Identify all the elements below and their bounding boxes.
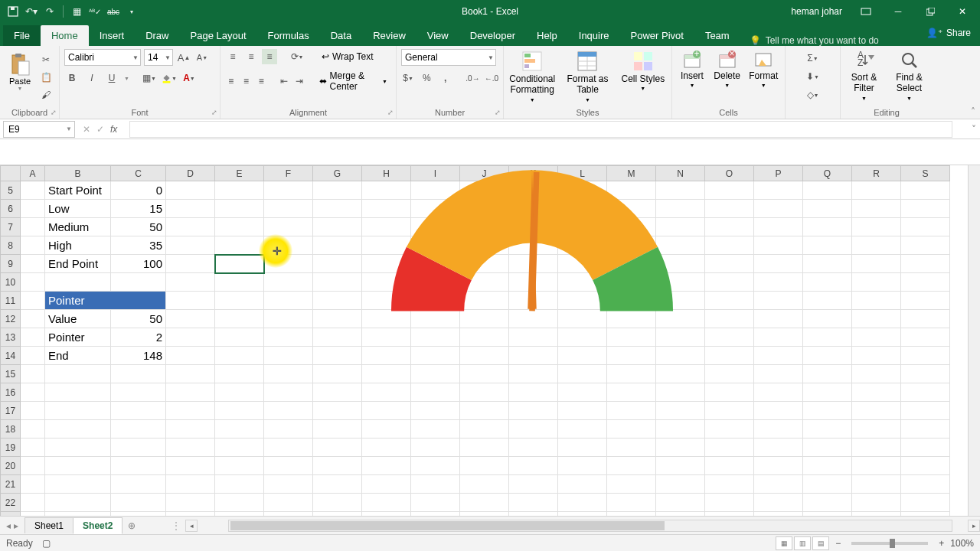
comma-format-icon[interactable]: , [439,70,452,86]
tab-view[interactable]: View [416,25,459,46]
cell[interactable] [803,236,852,255]
align-middle-icon[interactable]: ≡ [243,49,259,64]
tab-data[interactable]: Data [320,25,362,46]
cell[interactable] [215,236,264,255]
col-header[interactable]: P [754,166,803,181]
cell[interactable] [901,439,950,457]
align-center-icon[interactable]: ≡ [240,73,253,89]
cell[interactable] [215,292,264,310]
clipboard-launcher-icon[interactable]: ⤢ [51,109,57,116]
col-header[interactable]: C [111,166,166,181]
cell[interactable] [754,420,803,439]
cell[interactable] [803,347,852,365]
clear-icon[interactable]: ◇ ▼ [790,87,835,103]
save-icon[interactable] [6,5,20,18]
cell[interactable] [166,494,215,512]
cell[interactable] [754,292,803,310]
align-top-icon[interactable]: ≡ [225,49,240,64]
cell[interactable] [852,310,901,328]
cell[interactable] [558,475,607,494]
cell[interactable] [215,310,264,328]
macro-record-icon[interactable]: ▢ [42,538,51,549]
tab-home[interactable]: Home [41,25,89,46]
row-header[interactable]: 21 [1,475,21,494]
cell[interactable] [754,402,803,420]
cell-styles-button[interactable]: Cell Styles▼ [619,51,667,103]
cell[interactable] [901,402,950,420]
fill-icon[interactable]: ⬇ ▼ [790,69,835,84]
merge-center-button[interactable]: ⬌Merge & Center▼ [315,69,391,93]
tab-draw[interactable]: Draw [135,25,179,46]
tab-page-layout[interactable]: Page Layout [180,25,257,46]
cell[interactable] [901,383,950,402]
sheet-nav-prev-icon[interactable]: ◂ [6,520,11,531]
cell[interactable] [852,255,901,273]
cell[interactable] [754,365,803,383]
autosum-icon[interactable]: Σ ▼ [790,51,835,66]
cell[interactable] [111,475,166,494]
find-select-button[interactable]: Find & Select▼ [890,51,928,102]
cell[interactable] [166,475,215,494]
cell[interactable] [166,457,215,475]
row-header[interactable]: 17 [1,402,21,420]
cell[interactable] [509,475,558,494]
cell[interactable] [215,255,264,273]
cell[interactable] [901,328,950,347]
cell[interactable] [264,328,313,347]
cell[interactable] [607,475,656,494]
row-header[interactable]: 10 [1,273,21,292]
cell[interactable] [111,383,166,402]
number-launcher-icon[interactable]: ⤢ [495,109,501,116]
zoom-in-icon[interactable]: + [939,538,944,549]
cell[interactable] [803,310,852,328]
cell[interactable] [264,365,313,383]
cell[interactable] [313,457,362,475]
tab-review[interactable]: Review [362,25,416,46]
decrease-font-icon[interactable]: A▼ [194,50,210,65]
cell[interactable] [21,402,45,420]
cell[interactable]: High [45,236,111,255]
accounting-format-icon[interactable]: $▼ [401,70,415,86]
cell[interactable] [45,383,111,402]
format-as-table-button[interactable]: Format as Table▼ [564,51,611,103]
cell[interactable]: 50 [111,310,166,328]
cell[interactable] [558,457,607,475]
cell[interactable] [852,292,901,310]
hscroll-left-icon[interactable]: ◂ [185,520,198,532]
gauge-chart[interactable] [337,165,727,456]
cell[interactable] [111,439,166,457]
sheet-tab-2[interactable]: Sheet2 [73,517,122,534]
decrease-indent-icon[interactable]: ⇤ [278,73,290,89]
paste-button[interactable]: Paste ▼ [5,49,35,103]
cell[interactable] [901,475,950,494]
cell[interactable] [264,218,313,236]
sort-filter-button[interactable]: AZ Sort & Filter▼ [845,51,883,102]
cell[interactable] [166,310,215,328]
cell[interactable] [852,200,901,218]
cell[interactable] [264,181,313,200]
col-header[interactable]: B [45,166,111,181]
worksheet-grid[interactable]: ABCDEFGHIJKLMNOPQRS 5Start Point06Low157… [0,165,980,516]
tell-me-search[interactable]: 💡 Tell me what you want to do [750,35,879,46]
cell[interactable] [215,439,264,457]
tab-inquire[interactable]: Inquire [568,25,620,46]
cell[interactable] [362,457,411,475]
redo-icon[interactable]: ↷ [43,5,57,18]
cell[interactable] [264,347,313,365]
cell[interactable] [45,439,111,457]
cell[interactable] [754,255,803,273]
cell[interactable] [166,200,215,218]
cell[interactable] [215,494,264,512]
tab-developer[interactable]: Developer [459,25,526,46]
cell[interactable] [111,292,166,310]
cell[interactable] [166,420,215,439]
share-button[interactable]: 👤⁺ Share [926,28,971,38]
font-color-icon[interactable]: A▼ [181,70,197,86]
cell[interactable] [264,475,313,494]
ribbon-display-icon[interactable] [851,0,880,23]
cell[interactable] [901,292,950,310]
cell[interactable] [754,457,803,475]
row-header[interactable]: 13 [1,328,21,347]
cell[interactable] [21,218,45,236]
cell[interactable] [264,383,313,402]
